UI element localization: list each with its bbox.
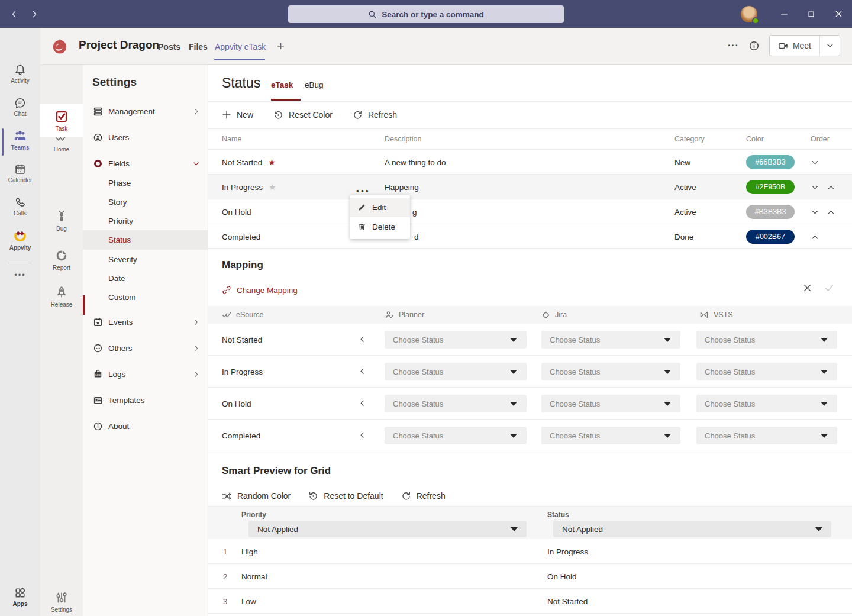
tab-etask[interactable]: eTask bbox=[271, 80, 293, 89]
appvity-logo-icon bbox=[13, 228, 27, 243]
planner-status-dropdown[interactable]: Choose Status bbox=[385, 427, 527, 444]
settings-item-users[interactable]: Users bbox=[83, 127, 208, 148]
meet-split-button: Meet bbox=[769, 35, 840, 56]
settings-panel: Settings Management Users Fields Phase S… bbox=[83, 65, 208, 616]
reset-to-default-button[interactable]: Reset to Default bbox=[308, 491, 383, 501]
add-tab-button[interactable]: + bbox=[277, 38, 285, 54]
move-up-icon[interactable] bbox=[827, 208, 835, 217]
row-context-menu: Edit Delete bbox=[350, 195, 410, 239]
reset-color-button[interactable]: Reset Color bbox=[273, 110, 333, 120]
status-toolbar: New Reset Color Refresh bbox=[222, 101, 397, 128]
planner-status-dropdown[interactable]: Choose Status bbox=[385, 363, 527, 380]
channel-info-icon[interactable] bbox=[748, 40, 760, 51]
refresh-button[interactable]: Refresh bbox=[401, 491, 446, 501]
random-color-button[interactable]: Random Color bbox=[222, 491, 291, 501]
tab-appvity-etask[interactable]: Appvity eTask bbox=[215, 42, 266, 51]
settings-item-management[interactable]: Management bbox=[83, 101, 208, 122]
rail-item-chat[interactable]: Chat bbox=[0, 92, 40, 122]
meet-button[interactable]: Meet bbox=[770, 41, 819, 51]
settings-item-fields[interactable]: Fields bbox=[83, 153, 208, 174]
settings-item-logs[interactable]: Logs bbox=[83, 363, 208, 385]
cancel-mapping-icon[interactable] bbox=[802, 283, 812, 293]
avatar[interactable] bbox=[741, 6, 757, 22]
sliders-icon bbox=[55, 591, 68, 604]
camera-icon bbox=[778, 41, 788, 51]
search-input[interactable]: Search or type a command bbox=[288, 5, 564, 23]
settings-item-templates[interactable]: Templates bbox=[83, 389, 208, 411]
vsts-status-dropdown[interactable]: Choose Status bbox=[696, 427, 837, 444]
move-down-icon[interactable] bbox=[811, 183, 819, 192]
chevron-right-icon bbox=[192, 370, 200, 378]
settings-item-about[interactable]: About bbox=[83, 415, 208, 437]
tab-posts[interactable]: Posts bbox=[158, 42, 180, 51]
jira-status-dropdown[interactable]: Choose Status bbox=[541, 331, 680, 349]
settings-item-priority[interactable]: Priority bbox=[83, 211, 208, 230]
jira-status-dropdown[interactable]: Choose Status bbox=[541, 363, 680, 380]
module-task[interactable]: Task bbox=[40, 104, 83, 137]
settings-item-phase[interactable]: Phase bbox=[83, 173, 208, 192]
module-settings[interactable]: Settings bbox=[40, 585, 83, 616]
priority-filter-dropdown[interactable]: Not Applied bbox=[248, 521, 527, 537]
planner-status-dropdown[interactable]: Choose Status bbox=[385, 331, 527, 349]
history-nav bbox=[7, 7, 41, 21]
close-button[interactable] bbox=[825, 0, 852, 28]
menu-item-edit[interactable]: Edit bbox=[350, 198, 410, 217]
mapping-row-in-progress: In Progress Choose Status Choose Status … bbox=[208, 356, 852, 388]
rail-item-activity[interactable]: Activity bbox=[0, 59, 40, 89]
settings-item-story[interactable]: Story bbox=[83, 192, 208, 211]
chevron-right-icon bbox=[192, 318, 200, 326]
star-icon[interactable]: ★ bbox=[269, 182, 276, 192]
app-rail: Activity Chat Teams Calender Calls Appvi… bbox=[0, 28, 40, 616]
fields-ring-icon bbox=[92, 159, 103, 169]
new-button[interactable]: New bbox=[222, 110, 253, 120]
move-down-icon[interactable] bbox=[811, 158, 819, 167]
mapping-row-on-hold: On Hold Choose Status Choose Status Choo… bbox=[208, 388, 852, 420]
rail-item-apps[interactable]: Apps bbox=[0, 582, 40, 612]
vsts-status-dropdown[interactable]: Choose Status bbox=[696, 395, 837, 412]
teams-icon bbox=[14, 130, 27, 143]
more-apps-icon[interactable]: ••• bbox=[0, 270, 40, 279]
settings-item-date[interactable]: Date bbox=[83, 269, 208, 288]
rail-item-appvity[interactable]: Appvity bbox=[0, 224, 40, 255]
refresh-button[interactable]: Refresh bbox=[353, 110, 397, 120]
move-down-icon[interactable] bbox=[811, 208, 819, 217]
jira-status-dropdown[interactable]: Choose Status bbox=[541, 395, 680, 412]
meet-options-chevron[interactable] bbox=[819, 35, 840, 56]
dropdown-caret-icon bbox=[511, 527, 518, 531]
planner-status-dropdown[interactable]: Choose Status bbox=[385, 395, 527, 412]
status-settings-page: Status eTask eBug New Reset Color Refres… bbox=[208, 65, 852, 616]
settings-item-severity[interactable]: Severity bbox=[83, 250, 208, 269]
jira-status-dropdown[interactable]: Choose Status bbox=[541, 427, 680, 444]
module-release[interactable]: Release bbox=[40, 279, 83, 314]
rail-item-calendar[interactable]: Calender bbox=[0, 158, 40, 189]
status-filter-dropdown[interactable]: Not Applied bbox=[553, 521, 831, 537]
row-more-options-icon[interactable]: ••• bbox=[356, 186, 370, 196]
module-report[interactable]: Report bbox=[40, 243, 83, 277]
planner-icon bbox=[385, 310, 394, 320]
move-up-icon[interactable] bbox=[827, 183, 835, 192]
settings-item-status[interactable]: Status bbox=[83, 230, 208, 250]
more-options-icon[interactable]: ··· bbox=[728, 40, 739, 51]
refresh-icon bbox=[353, 110, 363, 120]
settings-item-others[interactable]: Others bbox=[83, 337, 208, 359]
move-up-icon[interactable] bbox=[811, 233, 819, 241]
confirm-mapping-icon[interactable] bbox=[824, 283, 834, 293]
rail-item-calls[interactable]: Calls bbox=[0, 191, 40, 222]
vsts-status-dropdown[interactable]: Choose Status bbox=[696, 331, 837, 349]
tab-ebug[interactable]: eBug bbox=[305, 80, 324, 89]
menu-item-delete[interactable]: Delete bbox=[350, 217, 410, 237]
vsts-status-dropdown[interactable]: Choose Status bbox=[696, 363, 837, 380]
minimize-button[interactable] bbox=[770, 0, 798, 28]
change-mapping-link[interactable]: Change Mapping bbox=[222, 282, 298, 298]
settings-item-events[interactable]: Events bbox=[83, 311, 208, 333]
maximize-button[interactable] bbox=[798, 0, 825, 28]
forward-icon[interactable] bbox=[27, 7, 41, 21]
back-icon[interactable] bbox=[7, 7, 21, 21]
module-bug[interactable]: Bug bbox=[40, 204, 83, 238]
tab-files[interactable]: Files bbox=[189, 42, 208, 51]
rail-item-teams[interactable]: Teams bbox=[0, 125, 40, 156]
dropdown-caret-icon bbox=[821, 370, 828, 374]
settings-item-custom[interactable]: Custom bbox=[83, 288, 208, 307]
mapping-table-header: eSource Planner Jira VSTS bbox=[208, 306, 852, 324]
default-star-icon[interactable]: ★ bbox=[268, 157, 276, 167]
